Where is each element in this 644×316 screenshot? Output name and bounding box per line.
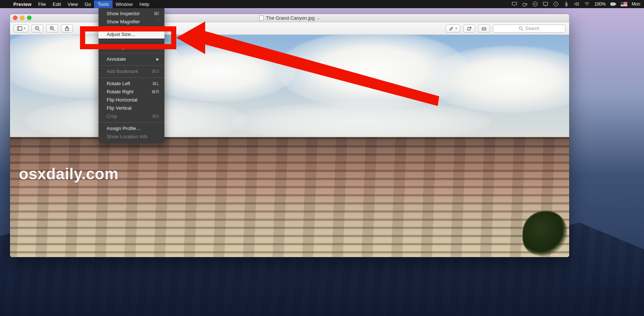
search-icon bbox=[519, 26, 523, 31]
menu-edit[interactable]: Edit bbox=[53, 1, 61, 7]
menu-item-crop: Crop⌘K bbox=[99, 112, 164, 120]
window-titlebar[interactable]: The Grand Canyon.jpg ⌄ bbox=[10, 14, 569, 22]
markup-button[interactable] bbox=[478, 24, 490, 33]
menu-item-flip-vertical[interactable]: Flip Vertical bbox=[99, 104, 164, 112]
svg-line-12 bbox=[53, 29, 54, 31]
timemachine-icon[interactable] bbox=[553, 1, 559, 7]
system-menubar: Preview File Edit View Go Tools Window H… bbox=[0, 0, 644, 8]
window-minimize-button[interactable] bbox=[20, 16, 24, 20]
display-icon[interactable] bbox=[543, 1, 548, 7]
menu-item-annotate[interactable]: Annotate▶ bbox=[99, 55, 164, 63]
sidebar-view-button[interactable]: ▾ bbox=[14, 24, 29, 33]
zoom-out-button[interactable] bbox=[31, 24, 43, 33]
menu-item-add-bookmark: Add Bookmark⌘D bbox=[99, 67, 164, 76]
svg-point-21 bbox=[520, 27, 523, 30]
svg-point-18 bbox=[483, 29, 483, 29]
menu-item-rotate-right[interactable]: Rotate Right⌘R bbox=[99, 88, 164, 96]
menu-item-rotate-left[interactable]: Rotate Left⌘L bbox=[99, 80, 164, 88]
document-proxy-icon[interactable] bbox=[259, 16, 264, 21]
svg-rect-6 bbox=[17, 26, 22, 30]
svg-line-9 bbox=[38, 29, 40, 31]
battery-percentage[interactable]: 100% bbox=[594, 1, 606, 7]
clock-day[interactable]: Mon bbox=[632, 1, 640, 7]
highlight-button[interactable]: ▾ bbox=[446, 24, 460, 33]
preview-window: The Grand Canyon.jpg ⌄ ▾ ▾ Search bbox=[10, 14, 569, 257]
image-canvas[interactable]: osxdaily.com bbox=[10, 35, 569, 257]
menu-item-show-magnifier[interactable]: Show Magnifier` bbox=[99, 18, 164, 26]
bluetooth-icon[interactable] bbox=[563, 1, 569, 7]
menu-view[interactable]: View bbox=[68, 1, 78, 7]
input-source-flag-icon[interactable] bbox=[621, 2, 627, 6]
menu-item-show-inspector[interactable]: Show Inspector⌘I bbox=[99, 10, 164, 18]
window-fullscreen-button[interactable] bbox=[27, 16, 31, 20]
menu-item-assign-profile[interactable]: Assign Profile… bbox=[99, 124, 164, 133]
watermark-text: osxdaily.com bbox=[19, 165, 119, 183]
svg-point-19 bbox=[484, 29, 484, 29]
do-not-disturb-icon[interactable] bbox=[532, 1, 538, 7]
search-placeholder: Search bbox=[525, 26, 539, 31]
menu-file[interactable]: File bbox=[38, 1, 46, 7]
menu-item-show-location-info: Show Location Info bbox=[99, 133, 164, 141]
rotate-button[interactable] bbox=[463, 24, 475, 33]
title-chevron-down-icon[interactable]: ⌄ bbox=[317, 16, 320, 20]
svg-rect-16 bbox=[468, 27, 470, 30]
svg-point-20 bbox=[485, 29, 485, 29]
window-title: The Grand Canyon.jpg bbox=[266, 15, 315, 21]
battery-icon[interactable] bbox=[610, 1, 616, 7]
menu-window[interactable]: Window bbox=[116, 1, 133, 7]
menu-help[interactable]: Help bbox=[139, 1, 149, 7]
svg-rect-5 bbox=[615, 3, 616, 4]
annotation-highlight-box bbox=[80, 26, 176, 49]
window-close-button[interactable] bbox=[13, 16, 17, 20]
menu-go[interactable]: Go bbox=[84, 1, 91, 7]
share-button[interactable] bbox=[61, 24, 73, 33]
coffee-icon[interactable] bbox=[522, 1, 528, 7]
svg-line-22 bbox=[522, 29, 523, 30]
menu-item-flip-horizontal[interactable]: Flip Horizontal bbox=[99, 96, 164, 104]
airplay-icon[interactable] bbox=[511, 1, 517, 7]
volume-icon[interactable] bbox=[574, 1, 580, 7]
search-field[interactable]: Search bbox=[493, 24, 565, 33]
svg-rect-1 bbox=[543, 2, 548, 5]
app-menu[interactable]: Preview bbox=[13, 1, 31, 7]
zoom-in-button[interactable] bbox=[46, 24, 58, 33]
wifi-icon[interactable] bbox=[584, 1, 590, 7]
menu-tools[interactable]: Tools bbox=[94, 0, 113, 8]
